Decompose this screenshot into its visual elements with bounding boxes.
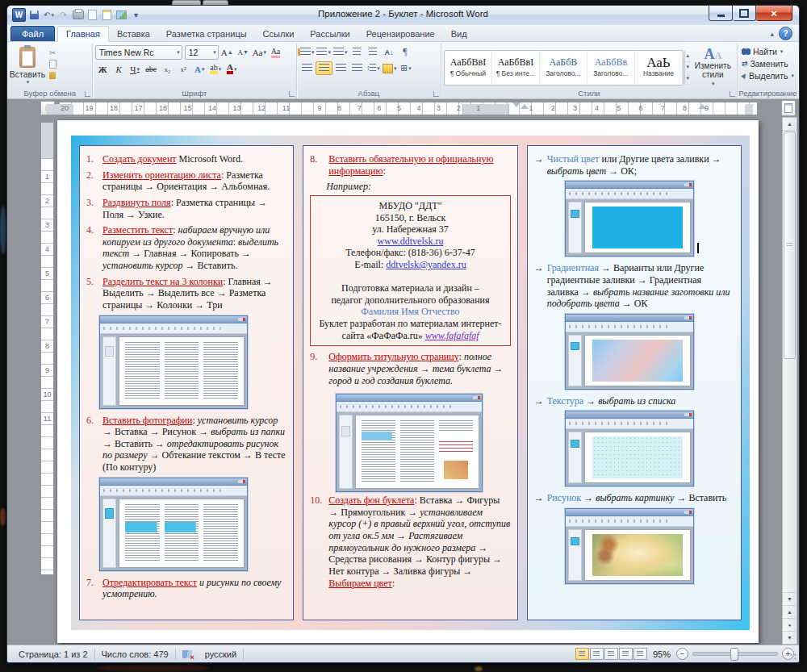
style-item-2[interactable]: АаБбВЗаголово... [540, 51, 587, 85]
hyperlink[interactable]: www.ddtvelsk.ru [378, 236, 444, 247]
superscript-button[interactable]: x² [176, 62, 191, 76]
font-size-combo[interactable]: 12▾ [185, 45, 219, 60]
document-page[interactable]: 1.Создать документ Microsoft Word.2.Изме… [57, 120, 759, 643]
italic-button[interactable]: К [111, 62, 127, 76]
first-line-indent-marker[interactable] [512, 102, 521, 107]
paragraph-dialog-launcher-icon[interactable] [433, 91, 439, 97]
change-case-button[interactable]: Аа▾ [252, 46, 267, 60]
view-print-layout-button[interactable] [575, 648, 589, 660]
gallery-more-icon[interactable]: ▼ [685, 73, 691, 85]
font-name-combo[interactable]: Times New Rc▾ [95, 45, 182, 60]
paste-dropdown-icon[interactable]: ▾ [27, 79, 30, 86]
cut-icon[interactable]: ✂ [47, 48, 58, 57]
help-icon[interactable]: ? [779, 27, 792, 40]
replace-button[interactable]: ⇄Заменить [740, 57, 796, 69]
grow-font-button[interactable]: А▲ [220, 46, 235, 60]
scrollbar-thumb[interactable] [784, 131, 796, 359]
pilcrow-button[interactable]: ¶ [397, 45, 412, 59]
zoom-level[interactable]: 95% [647, 649, 676, 659]
font-dialog-launcher-icon[interactable] [289, 91, 295, 97]
format-painter-icon[interactable] [47, 70, 58, 80]
word-screenshot-title-page[interactable] [336, 394, 483, 492]
align-right-button[interactable] [333, 61, 349, 75]
language-indicator[interactable]: русский [199, 645, 243, 662]
previous-page-icon[interactable]: ▲ [783, 605, 797, 618]
title-bar[interactable]: W ↶▾ ↷ ▾ Приложение 2 - Буклет - Microso… [7, 6, 799, 25]
select-browse-object-icon[interactable]: ● [783, 618, 797, 631]
word-screenshot-with-photos[interactable] [99, 478, 248, 571]
hanging-indent-marker[interactable] [521, 104, 529, 109]
ribbon-tab-7[interactable]: Вид [443, 27, 475, 41]
align-left-button[interactable] [299, 61, 315, 75]
select-button[interactable]: ▶Выделить▾ [740, 69, 796, 81]
horizontal-ruler[interactable]: 20191817161514131211987654321123456789 [59, 102, 758, 115]
paste-button[interactable]: Вставить ▾ [10, 45, 44, 86]
bold-button[interactable]: Ж [95, 62, 111, 76]
ribbon-tab-4[interactable]: Ссылки [255, 27, 303, 41]
gallery-up-icon[interactable]: ▲ [685, 51, 691, 62]
word-screenshot-texture-fill[interactable] [565, 411, 694, 486]
strikethrough-button[interactable]: abc [144, 62, 159, 76]
sort-button[interactable]: А↓ [381, 45, 396, 59]
highlight-button[interactable]: ab▾ [208, 62, 224, 76]
clear-formatting-button[interactable]: Аа [268, 46, 283, 60]
zoom-slider[interactable] [692, 652, 778, 656]
copy-small-icon[interactable] [47, 59, 58, 69]
ribbon-tab-2[interactable]: Вставка [109, 27, 158, 41]
clipboard-dialog-launcher-icon[interactable] [85, 91, 90, 97]
numbering-button[interactable]: ▾ [316, 45, 332, 59]
style-item-4[interactable]: АаЬНазвание [635, 51, 683, 85]
ribbon-tab-file[interactable]: Файл [10, 26, 55, 41]
justify-button[interactable] [349, 61, 365, 75]
vertical-ruler[interactable]: 1234567891011 [40, 122, 54, 575]
resize-grip[interactable] [788, 652, 798, 662]
view-web-button[interactable] [604, 648, 618, 660]
subscript-button[interactable]: x₂ [160, 62, 175, 76]
styles-dialog-launcher-icon[interactable] [730, 91, 735, 97]
page-indicator[interactable]: Страница: 1 из 2 [12, 645, 94, 662]
multilevel-list-button[interactable]: ▾ [332, 45, 349, 59]
text-effects-button[interactable]: А▾ [192, 62, 207, 76]
word-count[interactable]: Число слов: 479 [95, 645, 175, 662]
find-button[interactable]: Найти▾ [740, 45, 796, 57]
align-center-button[interactable] [316, 61, 332, 75]
style-item-3[interactable]: АаБбВвЗаголово... [587, 51, 635, 85]
decrease-indent-button[interactable] [349, 45, 364, 59]
view-outline-button[interactable] [619, 648, 633, 660]
proofing-status[interactable] [176, 645, 199, 662]
view-draft-button[interactable] [633, 648, 647, 660]
ribbon-tab-1[interactable]: Главная [57, 26, 109, 42]
scroll-down-icon[interactable]: ▼ [783, 592, 797, 605]
collapse-ribbon-icon[interactable]: ▴ [770, 30, 774, 38]
ruler-toggle-button[interactable] [781, 100, 796, 116]
ribbon-tab-6[interactable]: Рецензирование [358, 27, 443, 41]
close-button[interactable]: × [756, 6, 792, 21]
hyperlink[interactable]: ddtvelsk@yandex.ru [386, 259, 466, 270]
borders-button[interactable]: ⊞▾ [398, 61, 413, 75]
line-spacing-button[interactable]: ↕▾ [366, 61, 381, 75]
maximize-button[interactable] [733, 6, 756, 21]
ribbon-tab-3[interactable]: Разметка страницы [158, 27, 255, 41]
view-fullscreen-button[interactable] [590, 648, 604, 660]
change-styles-button[interactable]: АА Изменить стили ▾ [692, 45, 734, 88]
gallery-down-icon[interactable]: ▼ [685, 62, 691, 73]
zoom-slider-thumb[interactable] [730, 648, 738, 661]
zoom-out-button[interactable]: − [676, 648, 688, 660]
scroll-up-icon[interactable]: ▲ [783, 118, 797, 131]
next-page-icon[interactable]: ▼ [783, 631, 797, 644]
shrink-font-button[interactable]: А▼ [236, 46, 251, 60]
shading-button[interactable]: ▾ [382, 61, 398, 75]
word-screenshot-solid-fill[interactable] [565, 181, 694, 257]
style-item-1[interactable]: АаБбВвІ¶ Без инте... [492, 51, 540, 85]
ribbon-tab-5[interactable]: Рассылки [302, 27, 358, 41]
word-screenshot-picture-fill[interactable] [565, 508, 694, 584]
vertical-scrollbar[interactable]: ▲ ▼ ▲ ● ▼ [782, 117, 797, 645]
minimize-button[interactable] [709, 6, 733, 21]
bullets-button[interactable]: ▾ [299, 45, 316, 59]
underline-button[interactable]: Ч▾ [128, 62, 143, 76]
word-screenshot-gradient-fill[interactable] [565, 314, 694, 390]
style-item-0[interactable]: АаБбВвІ¶ Обычный [445, 51, 492, 85]
font-color-button[interactable]: А▾ [224, 62, 240, 76]
word-screenshot-three-columns[interactable] [99, 315, 248, 409]
increase-indent-button[interactable] [365, 45, 380, 59]
